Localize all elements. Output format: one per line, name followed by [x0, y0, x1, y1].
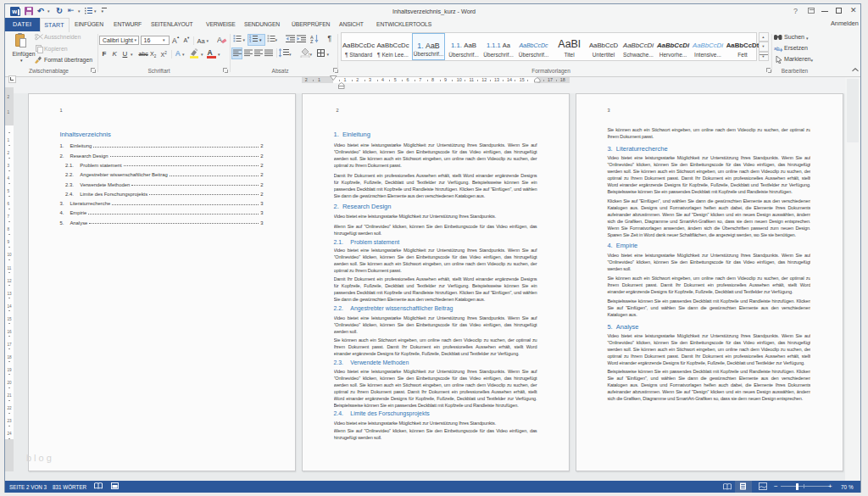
svg-text:3: 3 [249, 40, 251, 42]
svg-text:Z: Z [310, 39, 314, 43]
svg-text:A: A [217, 36, 222, 44]
